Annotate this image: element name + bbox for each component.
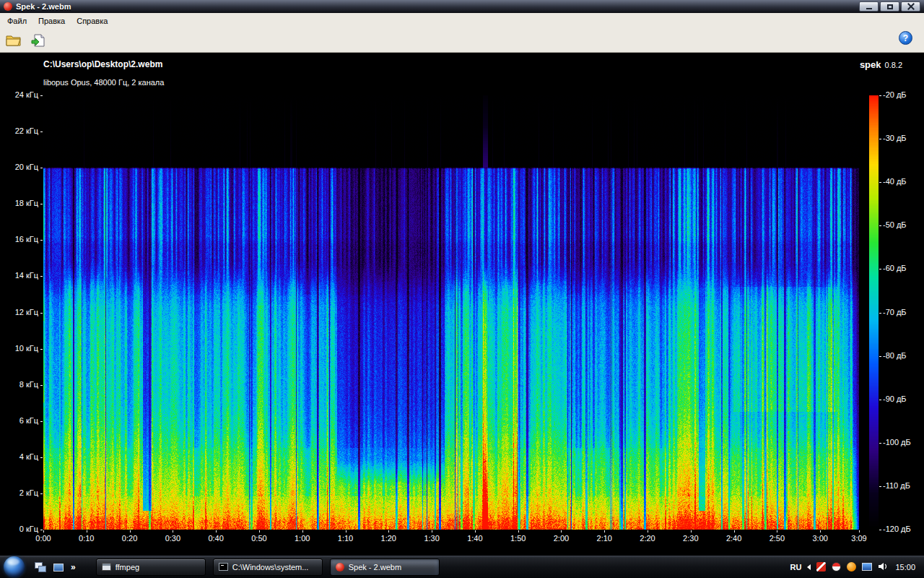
- legend-tick-label: -110 дБ: [883, 481, 910, 491]
- clock[interactable]: 15:00: [895, 563, 915, 571]
- time-tick-label: 2:40: [718, 534, 750, 543]
- save-image-button[interactable]: [29, 31, 48, 50]
- antivirus-icon[interactable]: [832, 562, 841, 571]
- freq-tick: [40, 530, 43, 530]
- time-tick: [302, 530, 303, 532]
- time-tick: [216, 530, 217, 532]
- time-tick-label: 0:10: [71, 534, 103, 543]
- freq-tick: [40, 493, 43, 494]
- freq-tick-label: 0 кГц: [0, 525, 38, 534]
- freq-tick-label: 8 кГц: [0, 380, 38, 389]
- freq-tick: [40, 204, 43, 204]
- legend-tick-label: -70 дБ: [883, 308, 907, 317]
- db-legend-bar: [869, 95, 879, 530]
- menu-item-file[interactable]: Файл: [1, 14, 32, 27]
- window-titlebar: Spek - 2.webm: [0, 0, 924, 13]
- legend-tick: [879, 530, 881, 530]
- start-orb-highlight: [7, 558, 19, 565]
- time-tick-label: 3:00: [804, 534, 836, 543]
- spek-logo-icon: [336, 563, 344, 571]
- freq-tick-label: 20 кГц: [0, 163, 38, 172]
- maximize-button[interactable]: [880, 1, 899, 12]
- save-image-icon: [30, 34, 46, 47]
- legend-tick-label: -40 дБ: [883, 177, 907, 186]
- time-tick-label: 1:50: [502, 534, 534, 543]
- open-file-button[interactable]: [4, 31, 23, 50]
- freq-tick-label: 12 кГц: [0, 308, 38, 317]
- freq-tick: [40, 276, 43, 277]
- minimize-button[interactable]: [859, 1, 879, 12]
- time-tick: [475, 530, 476, 532]
- quick-launch: »: [35, 562, 76, 572]
- legend-tick: [879, 182, 881, 183]
- window-switcher-icon[interactable]: [35, 562, 46, 572]
- taskbar-button-label: ffmpeg: [116, 563, 139, 571]
- time-tick: [859, 530, 860, 532]
- language-indicator[interactable]: RU: [790, 563, 802, 571]
- app-name: spek: [860, 59, 881, 70]
- freq-tick-label: 18 кГц: [0, 199, 38, 208]
- menu-bar: Файл Правка Справка: [0, 13, 924, 29]
- time-tick: [604, 530, 605, 532]
- legend-tick: [879, 313, 881, 314]
- hidden-icons-chevron[interactable]: [807, 564, 811, 570]
- time-tick-label: 0:00: [27, 534, 59, 543]
- freq-tick: [40, 168, 43, 168]
- volume-icon[interactable]: [878, 562, 888, 572]
- legend-tick-label: -50 дБ: [883, 220, 907, 230]
- time-tick: [173, 530, 173, 532]
- time-tick-label: 0:50: [243, 534, 275, 543]
- file-path: C:\Users\op\Desktop\2.webm: [43, 59, 162, 69]
- display-icon[interactable]: [862, 563, 872, 571]
- window-title: Spek - 2.webm: [16, 2, 71, 11]
- freq-tick-label: 24 кГц: [0, 90, 38, 100]
- update-icon[interactable]: [847, 562, 856, 571]
- time-tick: [734, 530, 735, 532]
- taskbar-button-cmd[interactable]: C:\Windows\system...: [213, 558, 323, 576]
- help-button[interactable]: ?: [899, 31, 912, 45]
- menu-item-help[interactable]: Справка: [71, 14, 113, 27]
- time-tick-label: 0:30: [157, 534, 188, 543]
- legend-tick-label: -100 дБ: [883, 438, 911, 447]
- taskbar-button-ffmpeg[interactable]: ffmpeg: [96, 558, 206, 576]
- desktop: Spek - 2.webm Файл Правка Справка ?: [0, 0, 924, 578]
- freq-tick: [40, 349, 43, 350]
- legend-tick: [879, 400, 881, 400]
- time-tick: [518, 530, 519, 532]
- console-icon: [219, 563, 228, 571]
- freq-tick-label: 2 кГц: [0, 488, 38, 498]
- freq-tick-label: 16 кГц: [0, 235, 38, 244]
- time-tick: [432, 530, 432, 532]
- quick-launch-overflow-chevron[interactable]: »: [71, 562, 76, 572]
- ati-icon[interactable]: [816, 562, 826, 571]
- freq-tick-label: 6 кГц: [0, 416, 38, 426]
- menu-item-edit[interactable]: Правка: [32, 14, 71, 27]
- time-tick-label: 3:09: [843, 534, 875, 543]
- legend-tick-label: -60 дБ: [883, 264, 907, 273]
- legend-tick: [879, 486, 881, 487]
- spectrogram-canvas: [43, 95, 859, 530]
- legend-tick-label: -80 дБ: [883, 351, 907, 361]
- time-tick-label: 2:20: [632, 534, 663, 543]
- legend-tick: [879, 443, 881, 444]
- show-desktop-icon[interactable]: [53, 562, 64, 572]
- time-tick: [87, 530, 87, 532]
- time-tick-label: 1:20: [372, 534, 404, 543]
- legend-tick-label: -30 дБ: [883, 134, 907, 143]
- time-tick: [346, 530, 346, 532]
- time-tick: [648, 530, 648, 532]
- start-button[interactable]: [4, 556, 25, 577]
- legend-tick-label: -20 дБ: [883, 90, 907, 100]
- taskbar: » ffmpeg C:\Windows\system... Spek - 2.w…: [0, 555, 924, 578]
- close-button[interactable]: [901, 1, 920, 12]
- time-tick-label: 1:40: [459, 534, 491, 543]
- time-tick: [259, 530, 260, 532]
- spek-logo-icon: [4, 2, 12, 11]
- time-tick-label: 0:20: [114, 534, 146, 543]
- window-controls: [859, 1, 920, 12]
- taskbar-button-spek[interactable]: Spek - 2.webm: [330, 558, 440, 576]
- time-tick-label: 1:00: [287, 534, 318, 543]
- freq-tick: [40, 313, 43, 314]
- taskbar-button-label: Spek - 2.webm: [349, 563, 401, 571]
- time-tick-label: 1:30: [416, 534, 448, 543]
